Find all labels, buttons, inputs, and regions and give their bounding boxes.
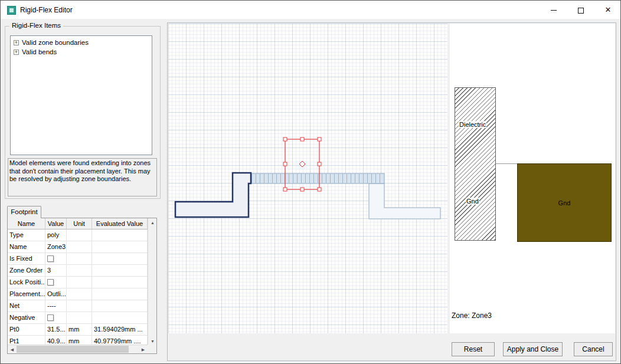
- prop-unit[interactable]: [67, 300, 92, 311]
- prop-evaluated[interactable]: [92, 265, 148, 276]
- cancel-button[interactable]: Cancel: [574, 342, 613, 356]
- flex-bar-shape[interactable]: [249, 173, 384, 183]
- table-row[interactable]: Name Zone3: [8, 241, 156, 253]
- scroll-right-icon[interactable]: ▶: [139, 345, 148, 354]
- grid-horizontal-scrollbar[interactable]: ◀ ▶: [8, 345, 148, 353]
- group-title: Rigid-Flex Items: [9, 22, 63, 29]
- maximize-button[interactable]: [567, 1, 594, 19]
- tab-footprint[interactable]: Footprint: [7, 206, 41, 218]
- expand-plus-icon[interactable]: +: [14, 40, 19, 45]
- selection-handle[interactable]: [283, 137, 287, 141]
- column-header-unit: Unit: [67, 218, 92, 229]
- rigid-flex-editor-dialog: { "window": { "title": "Rigid-Flex Edito…: [0, 0, 621, 364]
- scroll-up-icon[interactable]: ▲: [148, 218, 157, 227]
- prop-unit[interactable]: [67, 288, 92, 300]
- prop-unit[interactable]: mm: [67, 324, 92, 335]
- prop-unit[interactable]: [67, 277, 92, 288]
- selection-handle[interactable]: [283, 162, 287, 166]
- zone-warning-message: Model elements were found extending into…: [8, 158, 157, 196]
- tree-item-label: Valid bends: [22, 48, 57, 55]
- prop-evaluated[interactable]: [92, 300, 148, 311]
- rigid-flex-items-tree[interactable]: + Valid zone boundaries + Valid bends: [10, 35, 152, 155]
- dielectric-layer-rect[interactable]: Dielectric Gnd: [455, 87, 496, 241]
- board-cross-section-canvas[interactable]: [168, 24, 447, 333]
- scroll-left-icon[interactable]: ◀: [8, 345, 17, 354]
- selection-handle[interactable]: [300, 137, 304, 141]
- selection-handle[interactable]: [318, 162, 321, 166]
- prop-unit[interactable]: [67, 229, 92, 241]
- grid-header-row: Name Value Unit Evaluated Value: [8, 218, 156, 229]
- prop-unit[interactable]: [67, 312, 92, 323]
- minimize-button[interactable]: [540, 1, 567, 19]
- prop-value[interactable]: 3: [45, 265, 67, 276]
- apply-and-close-button[interactable]: Apply and Close: [503, 342, 563, 356]
- column-header-evaluated-value: Evaluated Value: [92, 218, 148, 229]
- prop-evaluated[interactable]: [92, 312, 148, 323]
- close-icon: ✕: [605, 5, 612, 14]
- prop-evaluated[interactable]: [92, 277, 148, 288]
- minimize-icon: [551, 10, 557, 11]
- scrollbar-corner: [148, 345, 156, 353]
- left-gnd-label: Gnd: [466, 198, 479, 205]
- title-bar: Rigid-Flex Editor ✕: [1, 1, 620, 19]
- prop-value[interactable]: ----: [45, 300, 67, 311]
- right-gnd-label: Gnd: [558, 199, 571, 206]
- prop-name: Pt0: [8, 324, 45, 335]
- table-row[interactable]: Placement... Outli...: [8, 288, 156, 300]
- prop-name: Lock Positi...: [8, 277, 45, 288]
- scrollbar-thumb[interactable]: [17, 346, 129, 353]
- app-icon: [7, 6, 16, 15]
- table-row[interactable]: Net ----: [8, 300, 156, 312]
- right-rigid-section-shape[interactable]: [369, 183, 440, 219]
- selection-center-handle[interactable]: [299, 161, 305, 167]
- checkbox-unchecked-icon[interactable]: [47, 314, 54, 321]
- column-header-value: Value: [45, 218, 67, 229]
- table-row[interactable]: Type poly: [8, 229, 156, 241]
- table-row[interactable]: Lock Positi...: [8, 277, 156, 288]
- prop-value[interactable]: Outli...: [45, 288, 67, 300]
- zone-name-label: Zone: Zone3: [452, 311, 492, 320]
- table-row[interactable]: Pt0 31.5... mm 31.594029mm ...: [8, 324, 156, 336]
- close-button[interactable]: ✕: [594, 1, 621, 19]
- prop-name: Zone Order: [8, 265, 45, 276]
- selection-handle[interactable]: [300, 188, 304, 191]
- footprint-property-grid: Name Value Unit Evaluated Value Type pol…: [7, 218, 157, 354]
- prop-name: Name: [8, 241, 45, 252]
- prop-evaluated[interactable]: 31.594029mm ...: [92, 324, 148, 335]
- selection-handle[interactable]: [318, 188, 321, 191]
- column-header-name: Name: [8, 218, 45, 229]
- prop-evaluated[interactable]: [92, 288, 148, 300]
- prop-value-checkbox-cell[interactable]: [45, 277, 67, 288]
- prop-value-checkbox-cell[interactable]: [45, 253, 67, 264]
- tree-item-valid-zone-boundaries[interactable]: + Valid zone boundaries: [11, 38, 152, 47]
- selection-handle[interactable]: [283, 188, 287, 191]
- prop-name: Negative: [8, 312, 45, 323]
- prop-evaluated[interactable]: [92, 229, 148, 241]
- expand-plus-icon[interactable]: +: [14, 50, 19, 55]
- prop-evaluated[interactable]: [92, 253, 148, 264]
- gnd-zone-rect[interactable]: Gnd: [517, 163, 612, 242]
- table-row[interactable]: Is Fixed: [8, 253, 156, 265]
- prop-value[interactable]: poly: [45, 229, 67, 241]
- prop-name: Net: [8, 300, 45, 311]
- prop-unit[interactable]: [67, 241, 92, 252]
- prop-unit[interactable]: [67, 265, 92, 276]
- reset-button[interactable]: Reset: [452, 342, 495, 356]
- layer-stack-preview: Dielectric Gnd Gnd Zone: Zone3: [450, 24, 615, 333]
- tree-item-valid-bends[interactable]: + Valid bends: [11, 47, 152, 57]
- dielectric-label: Dielectric: [459, 121, 486, 128]
- left-rigid-section-shape[interactable]: [175, 173, 251, 217]
- checkbox-unchecked-icon[interactable]: [47, 279, 54, 286]
- prop-value[interactable]: 31.5...: [45, 324, 67, 335]
- prop-value[interactable]: Zone3: [45, 241, 67, 252]
- prop-evaluated[interactable]: [92, 241, 148, 252]
- window-title: Rigid-Flex Editor: [20, 6, 73, 14]
- selection-handle[interactable]: [318, 137, 321, 141]
- checkbox-unchecked-icon[interactable]: [47, 255, 54, 262]
- prop-unit[interactable]: [67, 253, 92, 264]
- maximize-icon: [578, 8, 584, 14]
- grid-vertical-scrollbar[interactable]: ▲ ▼: [148, 218, 156, 346]
- prop-value-checkbox-cell[interactable]: [45, 312, 67, 323]
- table-row[interactable]: Zone Order 3: [8, 265, 156, 277]
- table-row[interactable]: Negative: [8, 312, 156, 324]
